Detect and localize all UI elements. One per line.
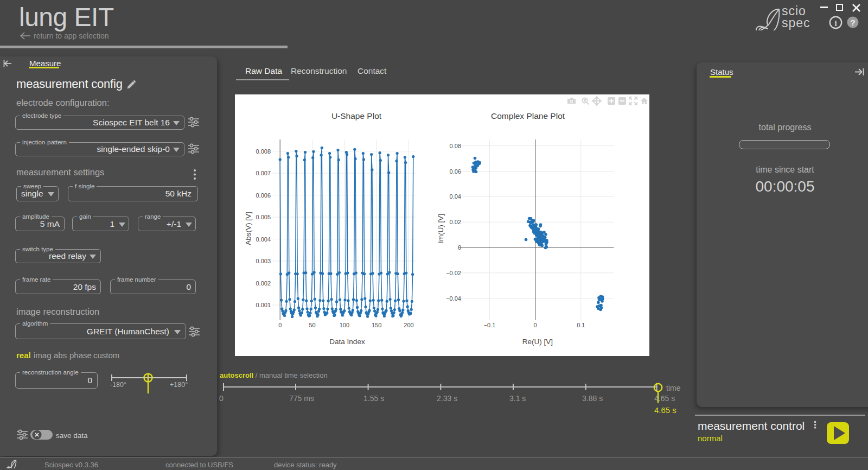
svg-text:0.001: 0.001 (256, 302, 271, 308)
svg-text:50: 50 (309, 322, 315, 328)
svg-text:0.06: 0.06 (450, 168, 461, 175)
svg-text:0.002: 0.002 (256, 280, 271, 287)
svg-text:−0.04: −0.04 (446, 295, 461, 302)
svg-text:0.006: 0.006 (256, 192, 271, 199)
svg-text:0.003: 0.003 (256, 258, 271, 264)
svg-text:Im(U) [V]: Im(U) [V] (437, 214, 445, 243)
svg-text:0.04: 0.04 (450, 193, 461, 200)
svg-text:0: 0 (534, 322, 537, 328)
svg-text:i: i (834, 19, 837, 28)
svg-text:Re(U) [V]: Re(U) [V] (522, 338, 553, 346)
svg-text:−0.1: −0.1 (484, 322, 496, 328)
svg-text:0.005: 0.005 (256, 214, 271, 220)
svg-text:0: 0 (458, 244, 461, 251)
svg-text:Abs(V) [V]: Abs(V) [V] (244, 212, 252, 245)
svg-text:0.1: 0.1 (577, 322, 585, 328)
svg-text:150: 150 (372, 322, 381, 328)
svg-text:0: 0 (278, 322, 282, 328)
svg-text:0.004: 0.004 (256, 236, 271, 243)
svg-text:?: ? (850, 18, 855, 27)
svg-text:200: 200 (404, 322, 413, 328)
svg-text:0.02: 0.02 (450, 219, 461, 225)
svg-text:0.008: 0.008 (256, 148, 271, 155)
svg-text:100: 100 (340, 322, 349, 328)
svg-text:U-Shape Plot: U-Shape Plot (331, 111, 382, 120)
svg-text:Complex Plane Plot: Complex Plane Plot (491, 111, 565, 120)
svg-text:0.007: 0.007 (256, 170, 271, 176)
svg-text:0.08: 0.08 (450, 143, 461, 149)
svg-text:Data Index: Data Index (329, 338, 365, 346)
svg-text:−0.02: −0.02 (446, 270, 461, 276)
